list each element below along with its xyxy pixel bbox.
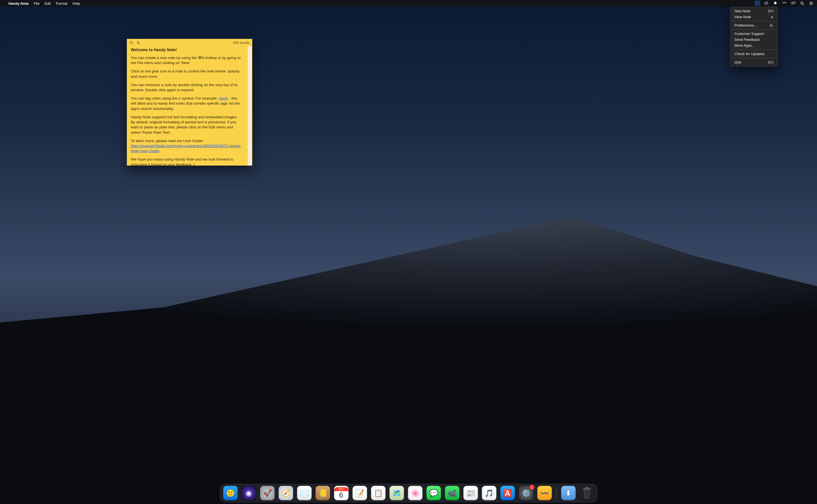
dock-downloads[interactable]: ⬇︎ [561, 486, 576, 500]
dock-safari[interactable]: 🧭 [279, 486, 293, 500]
creative-cloud-icon[interactable] [764, 1, 769, 6]
svg-line-7 [803, 4, 804, 5]
dropdown-item-more-apps[interactable]: More Apps... [731, 43, 778, 48]
note-titlebar[interactable]: 166 words [127, 39, 252, 46]
note-paragraph: Handy Note supports full text formatting… [131, 115, 243, 135]
search-icon[interactable] [136, 40, 140, 45]
dock-appstore[interactable]: 🅰️ [500, 486, 515, 500]
dock-messages[interactable]: 💬 [426, 486, 441, 500]
notification-center-icon[interactable] [809, 1, 814, 6]
dropdown-item-preferences[interactable]: Preferences...⌘, [731, 22, 778, 28]
dropdown-item-shortcut: ⌘, [769, 23, 774, 27]
notification-bell-icon[interactable] [773, 1, 778, 6]
dropdown-item-label: New Note [734, 9, 750, 13]
calendar-day: 6 [339, 491, 343, 499]
chevron-right-icon: ▶ [771, 15, 774, 18]
menu-bar: Handy Note File Edit Format Help [0, 0, 817, 7]
dock-maps[interactable]: 🗺️ [389, 486, 404, 500]
note-paragraph: You can tag notes using the # symbol. Fo… [131, 96, 243, 111]
dock-mail[interactable]: ✉️ [297, 486, 312, 500]
note-title: Welcome to Handy Note! [131, 47, 248, 53]
menu-file[interactable]: File [34, 1, 39, 6]
svg-point-6 [801, 2, 803, 4]
dock-photos[interactable]: 🌸 [408, 486, 422, 500]
svg-line-18 [130, 43, 130, 44]
svg-point-11 [131, 42, 132, 43]
note-text: To learn more, please read our User Guid… [131, 139, 203, 143]
svg-line-19 [132, 41, 133, 42]
dock-trash[interactable] [579, 486, 594, 500]
menu-format[interactable]: Format [56, 1, 67, 6]
dock-facetime[interactable]: 📹 [445, 486, 459, 500]
dropdown-item-label: Preferences... [734, 23, 757, 27]
dock-reminders[interactable]: 📋 [371, 486, 386, 500]
calendar-month: NOV [334, 487, 349, 491]
dock-notes[interactable]: 📝 [353, 486, 367, 500]
dropdown-item-view-note[interactable]: View Note▶ [731, 14, 778, 20]
note-paragraph: We hope you enjoy using Handy Note and w… [131, 157, 243, 166]
svg-point-20 [137, 41, 139, 43]
note-window[interactable]: 166 words Welcome to Handy Note! You can… [127, 39, 252, 166]
svg-line-16 [130, 41, 130, 42]
dropdown-item-label: More Apps... [734, 43, 755, 48]
dropdown-item-shortcut: ⌘N [768, 9, 774, 13]
dropdown-item-shortcut: ⌘Q [768, 60, 774, 64]
dropdown-separator [731, 21, 778, 21]
dock-container: 🙂◉🚀🧭✉️📒NOV6📝📋🗺️🌸💬📹📰🎵🅰️⚙️1〰️⬇︎ [0, 484, 817, 502]
dock-news[interactable]: 📰 [463, 486, 478, 500]
note-word-count: 166 words [233, 41, 250, 45]
note-body[interactable]: Welcome to Handy Note! You can create a … [127, 46, 252, 166]
note-app-status-icon[interactable] [755, 1, 760, 6]
dock-system-preferences[interactable]: ⚙️1 [519, 486, 533, 500]
spotlight-search-icon[interactable] [800, 1, 805, 6]
dropdown-item-new-note[interactable]: New Note⌘N [731, 8, 778, 14]
note-paragraph: You can create a new note by using the ⌘… [131, 55, 243, 65]
dock-itunes[interactable]: 🎵 [482, 486, 496, 500]
svg-line-26 [588, 490, 588, 498]
menu-edit[interactable]: Edit [44, 1, 51, 6]
airplay-icon[interactable] [782, 1, 787, 6]
displays-icon[interactable] [791, 1, 796, 6]
dropdown-separator [731, 29, 778, 30]
note-scrollbar[interactable] [248, 46, 252, 166]
svg-line-21 [138, 43, 140, 44]
note-paragraph: To learn more, please read our User Guid… [131, 138, 243, 154]
dock-other-app[interactable]: 〰️ [537, 486, 552, 500]
svg-line-17 [132, 43, 133, 44]
dropdown-item-label: Quit [734, 60, 741, 64]
dropdown-item-label: View Note [734, 15, 751, 19]
dock-badge: 1 [529, 485, 534, 490]
dock-contacts[interactable]: 📒 [316, 486, 330, 500]
svg-rect-23 [585, 487, 588, 488]
dropdown-item-quit[interactable]: Quit⌘Q [731, 59, 778, 65]
dock-finder[interactable]: 🙂 [223, 486, 238, 500]
note-paragraph: Click on the gear icon in a note to cont… [131, 69, 243, 79]
dropdown-item-label: Send Feedback [734, 37, 760, 42]
svg-line-24 [585, 490, 585, 498]
dropdown-item-send-feedback[interactable]: Send Feedback [731, 37, 778, 43]
gear-icon[interactable] [129, 40, 133, 45]
note-tag-link[interactable]: #todo [219, 96, 228, 100]
note-text: You can tag notes using the # symbol. Fo… [131, 96, 219, 100]
dropdown-item-check-for-updates[interactable]: Check for Updates [731, 51, 778, 57]
dock-launchpad[interactable]: 🚀 [260, 486, 275, 500]
note-guide-link[interactable]: https://support.fiplab.com/hc/en-us/arti… [131, 144, 241, 153]
dropdown-item-customer-support[interactable]: Customer Support [731, 31, 778, 37]
dropdown-item-label: Customer Support [734, 32, 764, 36]
dropdown-separator [731, 58, 778, 58]
dropdown-item-label: Check for Updates [734, 52, 765, 56]
note-paragraph: You can minimize a note by double clicki… [131, 83, 243, 93]
dock: 🙂◉🚀🧭✉️📒NOV6📝📋🗺️🌸💬📹📰🎵🅰️⚙️1〰️⬇︎ [220, 484, 597, 502]
app-menu[interactable]: Handy Note [8, 1, 29, 6]
dock-calendar[interactable]: NOV6 [334, 486, 349, 500]
menu-help[interactable]: Help [72, 1, 80, 6]
status-item-dropdown: New Note⌘NView Note▶Preferences...⌘,Cust… [730, 7, 778, 67]
dock-siri[interactable]: ◉ [242, 486, 256, 500]
